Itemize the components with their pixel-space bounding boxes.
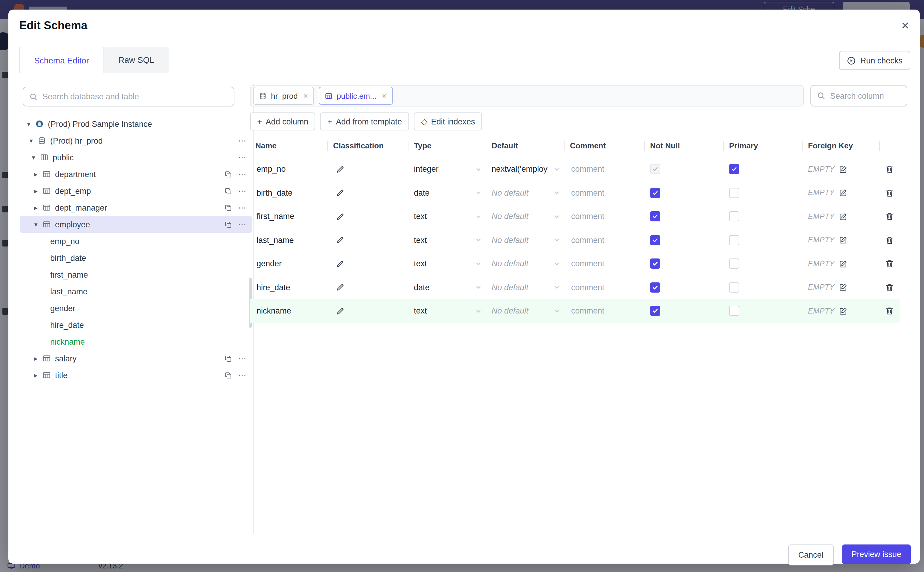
delete-column-icon[interactable] (885, 188, 894, 197)
tree-item-column-birth-date[interactable]: birth_date (20, 250, 252, 266)
comment-input[interactable] (570, 235, 641, 245)
default-select[interactable]: nextval('employ (491, 165, 564, 174)
foreign-key-edit-icon[interactable] (839, 189, 847, 197)
more-options-icon[interactable]: ⋯ (238, 354, 247, 363)
comment-input[interactable] (570, 306, 641, 316)
foreign-key-edit-icon[interactable] (839, 283, 847, 292)
more-options-icon[interactable]: ⋯ (238, 186, 247, 196)
caret-down-icon[interactable]: ▾ (28, 137, 35, 145)
type-select[interactable]: integer (414, 165, 486, 174)
delete-column-icon[interactable] (885, 212, 894, 221)
comment-input[interactable] (570, 259, 641, 269)
foreign-key-edit-icon[interactable] (839, 165, 847, 174)
tree-item-column-hire-date[interactable]: hire_date (20, 317, 252, 333)
not-null-checkbox[interactable] (650, 164, 660, 174)
tree-item-table-salary[interactable]: ▸ salary ⋯ (20, 350, 252, 367)
tree-item-table-dept-emp[interactable]: ▸ dept_emp ⋯ (20, 182, 252, 199)
copy-icon[interactable] (224, 371, 232, 379)
preview-issue-button[interactable]: Preview issue (842, 544, 911, 564)
close-icon[interactable]: × (303, 91, 308, 101)
chip-table-public-employee[interactable]: public.em... × (319, 87, 393, 105)
caret-down-icon[interactable]: ▾ (30, 154, 37, 161)
not-null-checkbox[interactable] (650, 306, 660, 316)
default-select[interactable]: No default (491, 236, 564, 245)
tree-item-table-dept-manager[interactable]: ▸ dept_manager ⋯ (20, 199, 252, 216)
tree-item-column-first-name[interactable]: first_name (20, 266, 252, 283)
column-name-input[interactable] (255, 188, 328, 198)
tree-item-table-title[interactable]: ▸ title ⋯ (20, 367, 252, 384)
run-checks-button[interactable]: Run checks (839, 51, 910, 70)
type-select[interactable]: text (414, 212, 486, 221)
classification-edit-icon[interactable] (333, 260, 344, 268)
classification-edit-icon[interactable] (333, 189, 344, 197)
copy-icon[interactable] (224, 187, 232, 195)
type-select[interactable]: text (414, 236, 486, 245)
column-name-input[interactable] (255, 235, 328, 245)
primary-checkbox[interactable] (729, 164, 739, 174)
type-select[interactable]: date (414, 188, 486, 197)
tree-item-table-employee[interactable]: ▾ employee ⋯ (20, 216, 252, 233)
classification-edit-icon[interactable] (333, 165, 344, 174)
caret-right-icon[interactable]: ▸ (32, 354, 39, 362)
comment-input[interactable] (570, 211, 641, 222)
close-icon[interactable]: × (899, 17, 912, 35)
foreign-key-edit-icon[interactable] (839, 212, 847, 221)
tree-item-schema-public[interactable]: ▾ public ⋯ (20, 149, 252, 166)
comment-input[interactable] (570, 283, 641, 292)
column-name-input[interactable] (255, 259, 328, 269)
column-name-input[interactable] (255, 164, 328, 174)
delete-column-icon[interactable] (885, 283, 894, 292)
type-select[interactable]: date (414, 283, 486, 292)
classification-edit-icon[interactable] (333, 212, 344, 221)
column-name-input[interactable] (255, 283, 328, 292)
copy-icon[interactable] (224, 221, 232, 228)
default-select[interactable]: No default (491, 283, 564, 292)
classification-edit-icon[interactable] (333, 307, 344, 315)
close-icon[interactable]: × (382, 91, 387, 101)
default-select[interactable]: No default (491, 188, 564, 197)
more-options-icon[interactable]: ⋯ (238, 203, 247, 212)
foreign-key-edit-icon[interactable] (839, 307, 847, 315)
caret-down-icon[interactable]: ▾ (25, 120, 32, 128)
tree-item-table-department[interactable]: ▸ department ⋯ (20, 166, 252, 182)
caret-right-icon[interactable]: ▸ (32, 170, 39, 178)
default-select[interactable]: No default (491, 307, 564, 316)
tree-item-column-nickname[interactable]: nickname (20, 333, 252, 350)
foreign-key-edit-icon[interactable] (839, 236, 847, 244)
tree-search-input[interactable] (23, 92, 234, 101)
more-options-icon[interactable]: ⋯ (238, 169, 247, 179)
more-options-icon[interactable]: ⋯ (238, 219, 247, 229)
more-options-icon[interactable]: ⋯ (238, 370, 247, 380)
tab-raw-sql[interactable]: Raw SQL (104, 47, 169, 73)
caret-down-icon[interactable]: ▾ (32, 221, 39, 228)
tree-item-column-last-name[interactable]: last_name (20, 283, 252, 300)
copy-icon[interactable] (224, 354, 232, 362)
copy-icon[interactable] (224, 204, 232, 211)
tree-item-database-hr-prod[interactable]: ▾ (Prod) hr_prod ⋯ (20, 132, 252, 149)
tree-item-column-emp-no[interactable]: emp_no (20, 233, 252, 250)
foreign-key-edit-icon[interactable] (839, 260, 847, 268)
caret-right-icon[interactable]: ▸ (32, 187, 39, 195)
primary-checkbox[interactable] (729, 211, 739, 222)
primary-checkbox[interactable] (729, 283, 739, 292)
caret-right-icon[interactable]: ▸ (32, 371, 39, 379)
type-select[interactable]: text (414, 260, 486, 268)
delete-column-icon[interactable] (885, 236, 894, 245)
column-name-input[interactable] (255, 306, 328, 316)
tab-schema-editor[interactable]: Schema Editor (19, 47, 104, 73)
caret-right-icon[interactable]: ▸ (32, 204, 39, 211)
not-null-checkbox[interactable] (650, 283, 660, 292)
cancel-button[interactable]: Cancel (788, 544, 833, 566)
default-select[interactable]: No default (491, 260, 564, 268)
add-column-button[interactable]: +Add column (250, 112, 315, 131)
add-from-template-button[interactable]: +Add from template (320, 112, 409, 131)
not-null-checkbox[interactable] (650, 211, 660, 222)
tree-item-column-gender[interactable]: gender (20, 300, 252, 317)
more-options-icon[interactable]: ⋯ (238, 136, 247, 145)
delete-column-icon[interactable] (885, 307, 894, 316)
classification-edit-icon[interactable] (333, 283, 344, 292)
more-options-icon[interactable]: ⋯ (238, 152, 247, 162)
primary-checkbox[interactable] (729, 306, 739, 316)
chip-database-hr-prod[interactable]: hr_prod × (253, 87, 314, 105)
primary-checkbox[interactable] (729, 259, 739, 269)
